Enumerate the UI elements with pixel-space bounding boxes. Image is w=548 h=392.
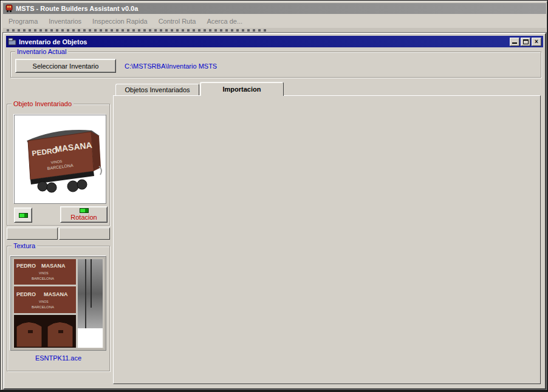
textura-left-label: Textura [12,242,37,249]
app-titlebar: MSTS - Route Builders Assistant v0.0a [3,3,546,14]
texture-text: MASANA [41,263,66,269]
background-window-text-fragment [7,29,268,32]
texture-text: VINOS [39,271,49,275]
texture-text: PEDRO [16,291,36,297]
seleccionar-inventario-button[interactable]: Seleccionar Inventario [15,59,116,73]
menu-item[interactable]: Inventarios [43,16,87,26]
close-button[interactable]: × [532,38,541,46]
seleccionar-inventario-label: Seleccionar Inventario [33,63,99,70]
texture-text: MASANA [44,291,68,297]
inventoried-status-bar [7,228,58,240]
inventario-actual-label: Inventario Actual [15,48,68,55]
menubar: ProgramaInventariosInspeccion RapidaCont… [3,15,546,27]
texture-text: PEDRO [16,263,36,269]
tab-objetos-inventariados[interactable]: Objetos Inventariados [115,84,199,96]
tab-page-importacion [113,95,541,384]
inventoried-wagon-image: PEDRO MASANA VINOS BARCELONA [15,115,106,203]
dialog-titlebar[interactable]: Inventario de Objetos × [6,36,543,47]
texture-left-filename: ESNTPK11.ace [7,354,110,362]
background-window-sliver [3,28,546,33]
texture-text: BARCELONA [32,277,54,280]
menu-item[interactable]: Programa [3,16,43,26]
app-title: MSTS - Route Builders Assistant v0.0a [16,5,138,12]
textura-left-frame: PEDRO MASANA VINOS BARCELONA PEDRO MASAN… [10,256,106,351]
dialog-icon [8,38,16,46]
menu-item[interactable]: Control Ruta [153,16,202,26]
inventoried-status-bar [59,228,110,240]
inventoried-rotacion-button[interactable]: Rotacion [60,206,108,223]
green-led-icon [19,213,28,218]
inventoried-object-preview: PEDRO MASANA VINOS BARCELONA [14,115,106,204]
objeto-inventariado-label: Objeto Inventariado [12,100,74,107]
inventario-path: C:\MSTSRBA\Inventario MSTS [125,63,217,70]
minimize-button[interactable] [510,38,519,46]
maximize-button[interactable] [521,38,530,46]
menu-item[interactable]: Acerca de... [201,16,248,26]
menu-item[interactable]: Inspeccion Rapida [87,16,153,26]
inventario-dialog: Inventario de Objetos × Inventario Actua… [3,33,546,390]
minimize-icon [512,39,517,44]
rotacion-label: Rotacion [70,214,97,221]
tab-importacion[interactable]: Importacion [200,82,284,96]
inventoried-led-button[interactable] [14,208,32,223]
green-led-icon [80,208,89,213]
texture-text: VINOS [39,300,49,303]
texture-sheet-left-image: PEDRO MASANA VINOS BARCELONA PEDRO MASAN… [13,259,104,348]
maximize-icon [523,39,529,44]
app-icon [5,4,13,13]
close-icon: × [535,38,538,45]
app-window: MSTS - Route Builders Assistant v0.0a Pr… [0,0,548,391]
dialog-title: Inventario de Objetos [19,38,87,46]
texture-text: BARCELONA [32,305,54,309]
